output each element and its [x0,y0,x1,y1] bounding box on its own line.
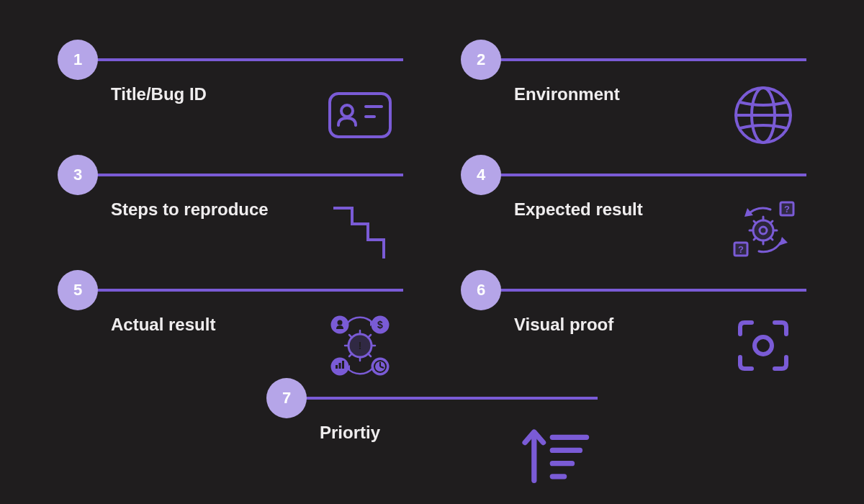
svg-rect-40 [342,361,344,369]
number-circle: 3 [58,155,98,195]
svg-marker-18 [779,237,788,246]
item-content: Expected result [461,198,806,263]
number-circle: 5 [58,270,98,310]
priority-icon [518,421,590,486]
number: 4 [477,166,485,184]
item-content: Title/Bug ID [58,83,403,148]
svg-line-28 [349,335,352,338]
globe-icon [727,83,799,148]
center-row: 7 Priortiy [58,378,806,486]
item-environment: 2 Environment [461,40,806,155]
scan-icon [727,313,799,378]
number: 5 [73,281,82,300]
svg-line-14 [770,238,773,240]
stairs-icon [324,198,396,263]
item-label: Priortiy [320,421,380,444]
svg-line-15 [754,238,756,240]
item-title-bug-id: 1 Title/Bug ID [58,40,403,155]
svg-point-34 [338,320,343,325]
svg-rect-38 [336,365,338,369]
gear-data-icon: ! $ [324,313,396,378]
number: 6 [477,281,485,300]
item-header: 3 [58,155,403,195]
svg-line-29 [368,354,371,356]
item-content: Steps to reproduce [58,198,403,263]
divider-line [495,58,806,61]
svg-text:!: ! [359,339,362,351]
item-content: Priortiy [266,421,598,486]
svg-text:$: $ [377,319,383,330]
number: 2 [477,50,485,69]
divider-line [92,174,403,176]
number-circle: 7 [266,378,307,418]
item-label: Expected result [514,198,643,220]
item-header: 1 [58,40,403,80]
number: 7 [282,389,291,408]
item-header: 7 [266,378,598,418]
item-content: Actual result [58,313,403,378]
number-circle: 6 [461,270,501,310]
grid: 1 Title/Bug ID 2 [58,40,806,385]
item-label: Title/Bug ID [111,83,207,105]
item-visual-proof: 6 Visual proof [461,270,806,385]
svg-point-47 [755,337,772,354]
divider-line [495,174,806,176]
divider-line [495,289,806,292]
divider-line [92,58,403,61]
svg-rect-39 [339,363,341,369]
divider-line [92,289,403,292]
item-label: Steps to reproduce [111,198,269,220]
item-header: 5 [58,270,403,310]
item-expected-result: 4 Expected result [461,155,806,270]
number-circle: 1 [58,40,98,80]
item-content: Visual proof [461,313,806,378]
item-content: Environment [461,83,806,148]
divider-line [301,397,598,400]
svg-line-30 [349,354,352,356]
svg-line-16 [770,221,773,223]
svg-point-1 [341,105,353,117]
number-circle: 2 [461,40,501,80]
number: 3 [73,166,82,184]
svg-line-31 [368,335,371,338]
svg-text:?: ? [738,244,744,255]
id-card-icon [324,83,396,148]
number-circle: 4 [461,155,501,195]
item-header: 4 [461,155,806,195]
svg-text:?: ? [784,204,790,215]
diagram-container: 1 Title/Bug ID 2 [0,0,864,504]
svg-rect-0 [330,94,390,137]
svg-line-13 [754,221,756,223]
item-priority: 7 Priortiy [266,378,598,486]
number: 1 [73,50,82,69]
gear-cycle-icon: ? ? [727,198,799,263]
item-header: 2 [461,40,806,80]
item-steps: 3 Steps to reproduce [58,155,403,270]
item-label: Environment [514,83,620,105]
item-label: Visual proof [514,313,613,336]
item-actual-result: 5 Actual result [58,270,403,385]
item-header: 6 [461,270,806,310]
item-label: Actual result [111,313,215,336]
